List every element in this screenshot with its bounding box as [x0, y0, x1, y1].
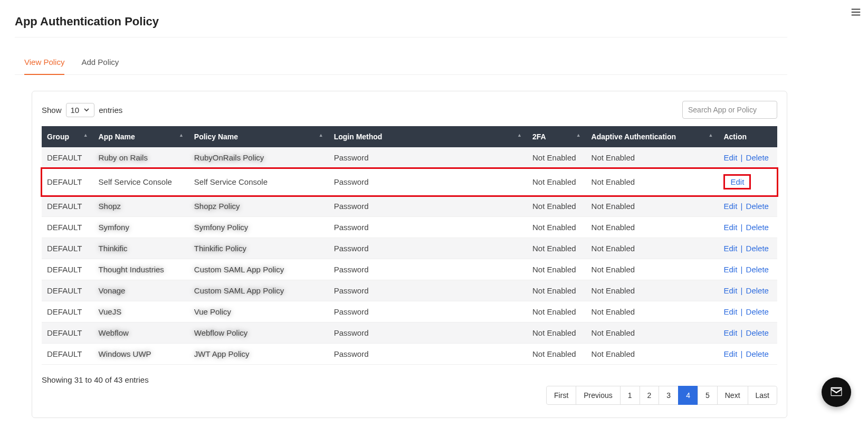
- cell-login-method: Password: [329, 322, 527, 344]
- cell-action: Edit | Delete: [718, 196, 777, 217]
- cell-policy-name: Custom SAML App Policy: [189, 280, 329, 301]
- table-row: DEFAULTSelf Service ConsoleSelf Service …: [42, 168, 777, 196]
- delete-link[interactable]: Delete: [746, 307, 769, 316]
- page-last[interactable]: Last: [748, 386, 777, 405]
- cell-adaptive: Not Enabled: [586, 322, 719, 344]
- cell-action: Edit | Delete: [718, 301, 777, 322]
- col-app-name[interactable]: App Name: [93, 126, 189, 147]
- cell-login-method: Password: [329, 196, 527, 217]
- page-first[interactable]: First: [546, 386, 576, 405]
- cell-adaptive: Not Enabled: [586, 301, 719, 322]
- cell-policy-name: Custom SAML App Policy: [189, 259, 329, 280]
- edit-link[interactable]: Edit: [723, 349, 737, 358]
- page-next[interactable]: Next: [717, 386, 748, 405]
- cell-policy-name: Symfony Policy: [189, 217, 329, 238]
- table-row: DEFAULTWebflowWebflow PolicyPasswordNot …: [42, 322, 777, 344]
- table-row: DEFAULTThinkificThinkific PolicyPassword…: [42, 238, 777, 259]
- cell-action: Edit | Delete: [718, 344, 777, 365]
- cell-action: Edit | Delete: [718, 322, 777, 344]
- col-login-method[interactable]: Login Method: [329, 126, 527, 147]
- show-label: Show: [42, 106, 62, 115]
- tabs: View Policy Add Policy: [15, 52, 787, 75]
- cell-2fa: Not Enabled: [527, 168, 586, 196]
- tab-add-policy[interactable]: Add Policy: [81, 52, 119, 75]
- cell-adaptive: Not Enabled: [586, 344, 719, 365]
- cell-app-name: Webflow: [93, 322, 189, 344]
- edit-link[interactable]: Edit: [723, 244, 737, 253]
- edit-link[interactable]: Edit: [723, 307, 737, 316]
- col-adaptive[interactable]: Adaptive Authentication: [586, 126, 719, 147]
- table-row: DEFAULTWindows UWPJWT App PolicyPassword…: [42, 344, 777, 365]
- cell-group: DEFAULT: [42, 238, 93, 259]
- delete-link[interactable]: Delete: [746, 286, 769, 295]
- cell-policy-name: Vue Policy: [189, 301, 329, 322]
- delete-link[interactable]: Delete: [746, 265, 769, 274]
- edit-link[interactable]: Edit: [723, 328, 737, 337]
- table-row: DEFAULTSymfonySymfony PolicyPasswordNot …: [42, 217, 777, 238]
- cell-group: DEFAULT: [42, 322, 93, 344]
- tab-view-policy[interactable]: View Policy: [24, 52, 64, 75]
- cell-adaptive: Not Enabled: [586, 280, 719, 301]
- edit-link[interactable]: Edit: [723, 286, 737, 295]
- cell-policy-name: JWT App Policy: [189, 344, 329, 365]
- search-input[interactable]: [682, 101, 777, 119]
- cell-group: DEFAULT: [42, 217, 93, 238]
- cell-policy-name: Shopz Policy: [189, 196, 329, 217]
- cell-2fa: Not Enabled: [527, 280, 586, 301]
- cell-login-method: Password: [329, 259, 527, 280]
- delete-link[interactable]: Delete: [746, 223, 769, 232]
- page-title: App Authentication Policy: [15, 15, 787, 29]
- delete-link[interactable]: Delete: [746, 349, 769, 358]
- cell-app-name: Vonage: [93, 280, 189, 301]
- cell-policy-name: RubyOnRails Policy: [189, 147, 329, 168]
- edit-link[interactable]: Edit: [730, 177, 744, 186]
- edit-link[interactable]: Edit: [723, 153, 737, 162]
- page-1[interactable]: 1: [620, 386, 640, 405]
- edit-link[interactable]: Edit: [723, 202, 737, 211]
- cell-app-name: Self Service Console: [93, 168, 189, 196]
- page-2[interactable]: 2: [640, 386, 660, 405]
- delete-link[interactable]: Delete: [746, 202, 769, 211]
- page-5[interactable]: 5: [698, 386, 718, 405]
- delete-link[interactable]: Delete: [746, 153, 769, 162]
- edit-link[interactable]: Edit: [723, 223, 737, 232]
- cell-action: Edit | Delete: [718, 280, 777, 301]
- table-row: DEFAULTShopzShopz PolicyPasswordNot Enab…: [42, 196, 777, 217]
- delete-link[interactable]: Delete: [746, 328, 769, 337]
- cell-login-method: Password: [329, 344, 527, 365]
- table-info: Showing 31 to 40 of 43 entries: [42, 375, 149, 384]
- edit-link[interactable]: Edit: [723, 265, 737, 274]
- col-2fa[interactable]: 2FA: [527, 126, 586, 147]
- cell-login-method: Password: [329, 238, 527, 259]
- col-policy-name[interactable]: Policy Name: [189, 126, 329, 147]
- cell-app-name: Windows UWP: [93, 344, 189, 365]
- divider: [15, 37, 787, 37]
- delete-link[interactable]: Delete: [746, 244, 769, 253]
- page-size-select[interactable]: 10: [66, 103, 95, 117]
- cell-group: DEFAULT: [42, 168, 93, 196]
- cell-2fa: Not Enabled: [527, 259, 586, 280]
- table-row: DEFAULTVueJSVue PolicyPasswordNot Enable…: [42, 301, 777, 322]
- col-group[interactable]: Group: [42, 126, 93, 147]
- cell-group: DEFAULT: [42, 259, 93, 280]
- cell-adaptive: Not Enabled: [586, 147, 719, 168]
- col-action: Action: [718, 126, 777, 147]
- cell-2fa: Not Enabled: [527, 217, 586, 238]
- page-size-control: Show 10 entries: [42, 103, 122, 117]
- page-4[interactable]: 4: [678, 386, 698, 405]
- cell-login-method: Password: [329, 280, 527, 301]
- cell-policy-name: Webflow Policy: [189, 322, 329, 344]
- cell-app-name: VueJS: [93, 301, 189, 322]
- cell-app-name: Shopz: [93, 196, 189, 217]
- table-row: DEFAULTThought IndustriesCustom SAML App…: [42, 259, 777, 280]
- page-previous[interactable]: Previous: [576, 386, 620, 405]
- chevron-down-icon: [83, 106, 90, 115]
- cell-2fa: Not Enabled: [527, 147, 586, 168]
- entries-label: entries: [99, 106, 122, 115]
- cell-action: Edit | Delete: [718, 217, 777, 238]
- help-fab[interactable]: [822, 377, 851, 407]
- page-3[interactable]: 3: [659, 386, 679, 405]
- menu-icon[interactable]: [850, 6, 862, 20]
- cell-login-method: Password: [329, 147, 527, 168]
- cell-2fa: Not Enabled: [527, 238, 586, 259]
